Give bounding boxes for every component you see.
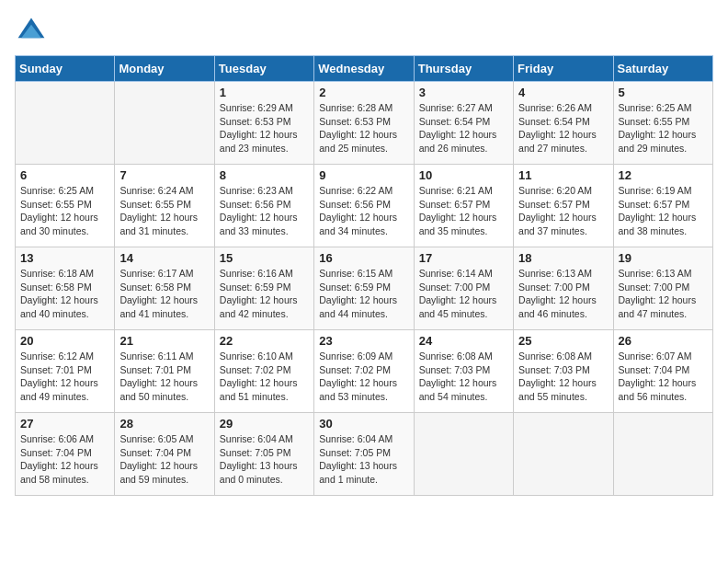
calendar-day-cell: 17Sunrise: 6:14 AM Sunset: 7:00 PM Dayli… (414, 247, 513, 330)
day-number: 6 (20, 168, 109, 182)
day-detail: Sunrise: 6:15 AM Sunset: 6:59 PM Dayligh… (319, 267, 408, 321)
calendar-day-cell: 15Sunrise: 6:16 AM Sunset: 6:59 PM Dayli… (214, 247, 313, 330)
day-detail: Sunrise: 6:09 AM Sunset: 7:02 PM Dayligh… (319, 350, 408, 404)
day-number: 16 (319, 251, 408, 265)
weekday-header-saturday: Saturday (613, 56, 712, 82)
calendar-day-cell: 12Sunrise: 6:19 AM Sunset: 6:57 PM Dayli… (613, 165, 712, 247)
day-number: 29 (220, 417, 309, 431)
day-detail: Sunrise: 6:20 AM Sunset: 6:57 PM Dayligh… (518, 184, 608, 238)
calendar-day-cell (414, 413, 513, 496)
weekday-header-tuesday: Tuesday (214, 56, 313, 82)
day-detail: Sunrise: 6:19 AM Sunset: 6:57 PM Dayligh… (619, 184, 708, 238)
calendar-day-cell: 10Sunrise: 6:21 AM Sunset: 6:57 PM Dayli… (414, 165, 513, 247)
calendar-day-cell: 21Sunrise: 6:11 AM Sunset: 7:01 PM Dayli… (115, 330, 214, 413)
calendar-day-cell: 7Sunrise: 6:24 AM Sunset: 6:55 PM Daylig… (115, 165, 214, 247)
day-number: 1 (220, 86, 309, 99)
calendar-week-3: 13Sunrise: 6:18 AM Sunset: 6:58 PM Dayli… (16, 247, 713, 330)
day-detail: Sunrise: 6:25 AM Sunset: 6:55 PM Dayligh… (619, 101, 708, 155)
day-detail: Sunrise: 6:26 AM Sunset: 6:54 PM Dayligh… (518, 101, 608, 155)
day-number: 3 (419, 86, 508, 99)
calendar-day-cell: 29Sunrise: 6:04 AM Sunset: 7:05 PM Dayli… (214, 413, 313, 496)
day-detail: Sunrise: 6:06 AM Sunset: 7:04 PM Dayligh… (20, 432, 109, 487)
day-detail: Sunrise: 6:24 AM Sunset: 6:55 PM Dayligh… (119, 184, 209, 238)
day-number: 11 (518, 168, 608, 182)
day-detail: Sunrise: 6:12 AM Sunset: 7:01 PM Dayligh… (20, 350, 109, 404)
calendar-day-cell (514, 413, 613, 496)
calendar-day-cell: 20Sunrise: 6:12 AM Sunset: 7:01 PM Dayli… (16, 330, 115, 413)
calendar-day-cell: 23Sunrise: 6:09 AM Sunset: 7:02 PM Dayli… (314, 330, 414, 413)
calendar-week-2: 6Sunrise: 6:25 AM Sunset: 6:55 PM Daylig… (16, 165, 713, 247)
weekday-header-friday: Friday (514, 56, 613, 82)
calendar-day-cell: 8Sunrise: 6:23 AM Sunset: 6:56 PM Daylig… (214, 165, 313, 247)
weekday-row: SundayMondayTuesdayWednesdayThursdayFrid… (16, 56, 713, 82)
day-detail: Sunrise: 6:22 AM Sunset: 6:56 PM Dayligh… (319, 184, 408, 238)
calendar-day-cell: 19Sunrise: 6:13 AM Sunset: 7:00 PM Dayli… (613, 247, 712, 330)
day-detail: Sunrise: 6:04 AM Sunset: 7:05 PM Dayligh… (220, 432, 309, 487)
calendar-week-4: 20Sunrise: 6:12 AM Sunset: 7:01 PM Dayli… (16, 330, 713, 413)
day-detail: Sunrise: 6:16 AM Sunset: 6:59 PM Dayligh… (220, 267, 309, 321)
day-number: 15 (220, 251, 309, 265)
logo-icon (15, 15, 48, 48)
calendar-day-cell: 18Sunrise: 6:13 AM Sunset: 7:00 PM Dayli… (514, 247, 613, 330)
day-number: 4 (518, 86, 608, 99)
calendar-day-cell: 3Sunrise: 6:27 AM Sunset: 6:54 PM Daylig… (414, 82, 513, 165)
weekday-header-monday: Monday (115, 56, 214, 82)
calendar-day-cell (16, 82, 115, 165)
calendar-day-cell: 6Sunrise: 6:25 AM Sunset: 6:55 PM Daylig… (16, 165, 115, 247)
day-number: 25 (518, 334, 608, 348)
day-detail: Sunrise: 6:29 AM Sunset: 6:53 PM Dayligh… (220, 101, 309, 155)
day-number: 28 (119, 417, 209, 431)
calendar-week-5: 27Sunrise: 6:06 AM Sunset: 7:04 PM Dayli… (16, 413, 713, 496)
day-number: 18 (518, 251, 608, 265)
day-detail: Sunrise: 6:07 AM Sunset: 7:04 PM Dayligh… (619, 350, 708, 404)
day-number: 21 (119, 334, 209, 348)
day-detail: Sunrise: 6:13 AM Sunset: 7:00 PM Dayligh… (619, 267, 708, 321)
day-detail: Sunrise: 6:05 AM Sunset: 7:04 PM Dayligh… (119, 432, 209, 487)
calendar-day-cell: 11Sunrise: 6:20 AM Sunset: 6:57 PM Dayli… (514, 165, 613, 247)
header (15, 15, 713, 48)
calendar-week-1: 1Sunrise: 6:29 AM Sunset: 6:53 PM Daylig… (16, 82, 713, 165)
calendar-day-cell: 16Sunrise: 6:15 AM Sunset: 6:59 PM Dayli… (314, 247, 414, 330)
day-number: 26 (619, 334, 708, 348)
day-detail: Sunrise: 6:25 AM Sunset: 6:55 PM Dayligh… (20, 184, 109, 238)
calendar-day-cell: 26Sunrise: 6:07 AM Sunset: 7:04 PM Dayli… (613, 330, 712, 413)
day-number: 24 (419, 334, 508, 348)
day-number: 30 (319, 417, 408, 431)
day-detail: Sunrise: 6:18 AM Sunset: 6:58 PM Dayligh… (20, 267, 109, 321)
calendar-table: SundayMondayTuesdayWednesdayThursdayFrid… (15, 55, 713, 496)
day-number: 9 (319, 168, 408, 182)
day-number: 19 (619, 251, 708, 265)
day-detail: Sunrise: 6:17 AM Sunset: 6:58 PM Dayligh… (119, 267, 209, 321)
day-detail: Sunrise: 6:13 AM Sunset: 7:00 PM Dayligh… (518, 267, 608, 321)
calendar-day-cell: 22Sunrise: 6:10 AM Sunset: 7:02 PM Dayli… (214, 330, 313, 413)
weekday-header-thursday: Thursday (414, 56, 513, 82)
day-number: 17 (419, 251, 508, 265)
day-number: 2 (319, 86, 408, 99)
calendar-day-cell: 2Sunrise: 6:28 AM Sunset: 6:53 PM Daylig… (314, 82, 414, 165)
day-number: 12 (619, 168, 708, 182)
day-detail: Sunrise: 6:14 AM Sunset: 7:00 PM Dayligh… (419, 267, 508, 321)
calendar-day-cell: 9Sunrise: 6:22 AM Sunset: 6:56 PM Daylig… (314, 165, 414, 247)
weekday-header-sunday: Sunday (16, 56, 115, 82)
day-detail: Sunrise: 6:08 AM Sunset: 7:03 PM Dayligh… (518, 350, 608, 404)
calendar-day-cell: 1Sunrise: 6:29 AM Sunset: 6:53 PM Daylig… (214, 82, 313, 165)
calendar-day-cell: 14Sunrise: 6:17 AM Sunset: 6:58 PM Dayli… (115, 247, 214, 330)
day-number: 10 (419, 168, 508, 182)
day-number: 13 (20, 251, 109, 265)
day-number: 27 (20, 417, 109, 431)
day-number: 22 (220, 334, 309, 348)
calendar-day-cell: 25Sunrise: 6:08 AM Sunset: 7:03 PM Dayli… (514, 330, 613, 413)
day-detail: Sunrise: 6:23 AM Sunset: 6:56 PM Dayligh… (220, 184, 309, 238)
weekday-header-wednesday: Wednesday (314, 56, 414, 82)
calendar-day-cell (613, 413, 712, 496)
day-number: 5 (619, 86, 708, 99)
day-detail: Sunrise: 6:10 AM Sunset: 7:02 PM Dayligh… (220, 350, 309, 404)
calendar-day-cell: 4Sunrise: 6:26 AM Sunset: 6:54 PM Daylig… (514, 82, 613, 165)
day-number: 23 (319, 334, 408, 348)
day-number: 8 (220, 168, 309, 182)
day-detail: Sunrise: 6:11 AM Sunset: 7:01 PM Dayligh… (119, 350, 209, 404)
calendar-day-cell: 13Sunrise: 6:18 AM Sunset: 6:58 PM Dayli… (16, 247, 115, 330)
day-number: 14 (119, 251, 209, 265)
calendar-day-cell: 28Sunrise: 6:05 AM Sunset: 7:04 PM Dayli… (115, 413, 214, 496)
day-number: 20 (20, 334, 109, 348)
